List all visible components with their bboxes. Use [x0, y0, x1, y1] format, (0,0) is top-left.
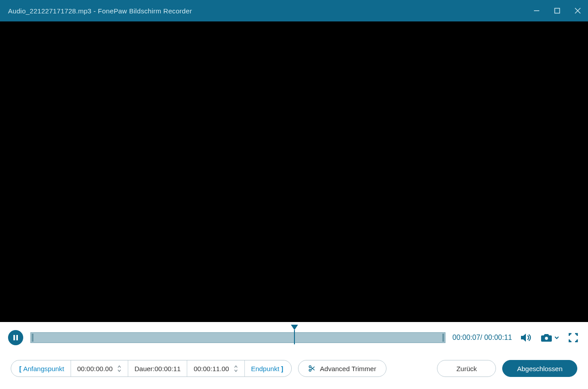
svg-line-9: [311, 367, 315, 370]
title-text: Audio_221227171728.mp3 - FonePaw Bildsch…: [8, 7, 192, 15]
volume-button[interactable]: [519, 331, 533, 344]
spin-up-icon: [234, 365, 238, 368]
fullscreen-button[interactable]: [567, 331, 580, 344]
end-time-spin-down[interactable]: [234, 369, 238, 372]
time-separator: /: [480, 334, 484, 341]
end-point-label: Endpunkt: [251, 365, 279, 372]
start-time-spinner: [117, 365, 122, 372]
spin-down-icon: [234, 369, 238, 372]
playhead[interactable]: [291, 325, 298, 344]
time-display: 00:00:07/ 00:00:11: [453, 334, 512, 342]
start-time-spin-down[interactable]: [117, 369, 122, 372]
start-point-label: Anfangspunkt: [23, 365, 64, 372]
bottom-toolbar: [ Anfangspunkt 00:00:00.00 Dauer:00:00:1…: [0, 353, 588, 389]
set-start-button[interactable]: [ Anfangspunkt: [11, 360, 71, 376]
pause-icon: [13, 335, 19, 341]
bracket-close-icon: ]: [281, 365, 283, 372]
scissors-icon: [308, 365, 315, 372]
close-button[interactable]: [567, 0, 588, 21]
done-label: Abgeschlossen: [517, 365, 563, 372]
duration-display: Dauer:00:00:11: [128, 360, 187, 376]
svg-rect-1: [555, 8, 560, 13]
duration-value: 00:00:11: [155, 365, 181, 372]
svg-line-10: [311, 367, 315, 370]
svg-rect-5: [17, 335, 18, 340]
spin-down-icon: [118, 369, 121, 372]
minimize-icon: [533, 7, 540, 14]
back-button[interactable]: Zurück: [437, 360, 496, 377]
title-filename: Audio_221227171728.mp3: [8, 7, 92, 15]
end-time-spinner: [234, 365, 238, 372]
bracket-open-icon: [: [19, 365, 21, 372]
total-time: 00:00:11: [484, 334, 512, 341]
fullscreen-icon: [568, 333, 578, 343]
playhead-marker-icon: [291, 325, 298, 330]
start-time-field[interactable]: 00:00:00.00: [71, 360, 128, 376]
pause-button[interactable]: [8, 330, 23, 345]
video-preview-area[interactable]: [0, 21, 588, 322]
svg-rect-4: [13, 335, 15, 340]
advanced-trimmer-button[interactable]: Advanced Trimmer: [298, 360, 386, 377]
playback-bar: 00:00:07/ 00:00:11: [0, 322, 588, 353]
start-time-value: 00:00:00.00: [77, 365, 113, 372]
duration-label: Dauer:: [134, 365, 155, 372]
title-separator: -: [92, 7, 98, 15]
advanced-trimmer-label: Advanced Trimmer: [320, 365, 376, 372]
timeline[interactable]: [30, 329, 445, 346]
end-time-field[interactable]: 00:00:11.00: [187, 360, 244, 376]
screenshot-button[interactable]: [540, 331, 559, 344]
set-end-button[interactable]: Endpunkt ]: [245, 360, 291, 376]
trim-group: [ Anfangspunkt 00:00:00.00 Dauer:00:00:1…: [11, 360, 292, 377]
app-window: Audio_221227171728.mp3 - FonePaw Bildsch…: [0, 0, 588, 389]
back-label: Zurück: [456, 365, 477, 372]
spin-up-icon: [118, 365, 121, 368]
chevron-down-icon: [554, 335, 559, 340]
playhead-line: [294, 330, 295, 344]
volume-icon: [520, 332, 532, 343]
maximize-icon: [554, 8, 560, 14]
timeline-track[interactable]: [30, 332, 445, 343]
done-button[interactable]: Abgeschlossen: [502, 360, 577, 377]
end-time-value: 00:00:11.00: [193, 365, 229, 372]
titlebar: Audio_221227171728.mp3 - FonePaw Bildsch…: [0, 0, 588, 21]
current-time: 00:00:07: [453, 334, 480, 341]
minimize-button[interactable]: [526, 0, 547, 21]
end-time-spin-up[interactable]: [234, 365, 238, 368]
close-icon: [574, 7, 581, 14]
maximize-button[interactable]: [547, 0, 567, 21]
svg-point-6: [545, 337, 548, 340]
camera-icon: [541, 333, 552, 343]
start-time-spin-up[interactable]: [117, 365, 122, 368]
title-appname: FonePaw Bildschirm Recorder: [98, 7, 192, 15]
